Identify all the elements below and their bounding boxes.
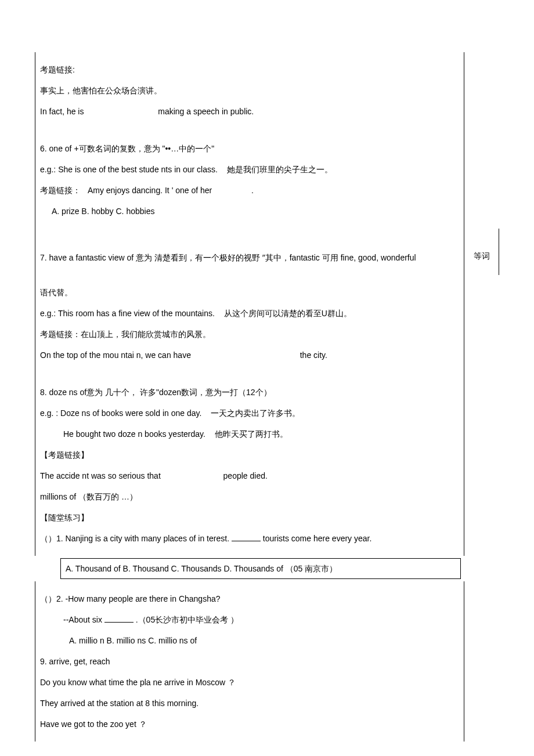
q1-post: tourists come here every year.	[263, 534, 372, 543]
bottom-block: （）2. -How many people are there in Chang…	[35, 581, 464, 741]
section-9-line1: Do you know what time the pla ne arrive …	[40, 674, 459, 690]
eg-en-6: e.g.: She is one of the best stude nts i…	[40, 165, 218, 174]
section-7-body: 语代替。 e.g.: This room has a fine view of …	[35, 275, 464, 556]
fill-sentence-7: On the top of the mou ntai n, we can hav…	[40, 347, 459, 363]
q1-pre: （）1. Nanjing is a city with many places …	[40, 534, 229, 543]
section-7-header-pre: 7. have a fantastic view of 意为 清楚看到，有一个极…	[40, 249, 459, 266]
q1-options: A. Thousand of B. Thousand C. Thousands …	[66, 564, 337, 573]
q1-options-box: A. Thousand of B. Thousand C. Thousands …	[60, 558, 461, 579]
section-9-header: 9. arrive, get, reach	[40, 653, 459, 670]
q2-blank	[104, 614, 134, 623]
section-8-header: 8. doze ns of意为 几十个， 许多"dozen数词，意为一打（12个…	[40, 384, 459, 400]
q1-blank	[232, 533, 261, 541]
q2-line2-pre: --About six	[63, 615, 102, 624]
section-6-eg: e.g.: She is one of the best stude nts i…	[40, 161, 459, 178]
exercise-label-8: 【随堂练习】	[40, 509, 459, 526]
sentence-pre-8: The accide nt was so serious that	[40, 471, 161, 480]
eg2-en-8: He bought two doze n books yesterday.	[63, 429, 205, 439]
q2-options: A. millio n B. millio ns C. millio ns of	[40, 632, 459, 649]
section-7-header-post: 语代替。	[40, 284, 459, 301]
sentence-pre-5: In fact, he is	[40, 107, 84, 116]
section-8-eg1: e.g. : Doze ns of books were sold in one…	[40, 405, 459, 421]
eg1-en-8: e.g. : Doze ns of books were sold in one…	[40, 408, 201, 418]
prompt-cn-5: 事实上，他害怕在公众场合演讲。	[40, 82, 459, 99]
fill-sentence-8: The accide nt was so serious that people…	[40, 468, 459, 484]
section-9-line3: Have we got to the zoo yet ？	[40, 716, 459, 732]
eg-cn-7: 从这个房间可以清楚的看至U群山。	[224, 309, 352, 318]
link-label-5: 考题链接:	[40, 62, 459, 78]
section-5-block: 考题链接: 事实上，他害怕在公众场合演讲。 In fact, he is mak…	[35, 52, 464, 229]
eg-cn-6: 她是我们班里的尖子生之一。	[227, 165, 333, 174]
eg-en-7: e.g.: This room has a fine view of the m…	[40, 309, 215, 318]
link-text-6: Amy enjoys dancing. It ' one of her	[88, 186, 212, 195]
section-6-link: 考题链接： Amy enjoys dancing. It ' one of he…	[40, 182, 459, 198]
q2-line2-post: .（05长沙市初中毕业会考 ）	[136, 615, 239, 624]
section-7-eg: e.g.: This room has a fine view of the m…	[40, 305, 459, 321]
sentence-post-8: people died.	[223, 471, 268, 480]
fill-sentence-5: In fact, he is making a speech in public…	[40, 103, 459, 120]
side-column-7: 等词	[464, 229, 499, 275]
q1-text: （）1. Nanjing is a city with many places …	[40, 530, 459, 547]
sentence-post-5: making a speech in public.	[158, 107, 254, 116]
section-9-line2: They arrived at the station at 8 this mo…	[40, 695, 459, 711]
section-6-header: 6. one of +可数名词的复数，意为 "••…中的一个"	[40, 140, 459, 157]
side-text-7: 等词	[474, 249, 490, 262]
section-7-row: 7. have a fantastic view of 意为 清楚看到，有一个极…	[35, 229, 499, 275]
link-suffix-6: .	[251, 186, 254, 195]
note-8: millions of （数百万的 …）	[40, 489, 459, 505]
eg2-cn-8: 他昨天买了两打书。	[215, 429, 288, 439]
q2-line1: （）2. -How many people are there in Chang…	[40, 591, 459, 607]
options-6: A. prize B. hobby C. hobbies	[40, 203, 459, 219]
sentence-post-7: the city.	[300, 350, 327, 360]
q2-line2: --About six .（05长沙市初中毕业会考 ）	[40, 612, 459, 628]
link-label-6: 考题链接：	[40, 186, 81, 195]
link-label-8: 【考题链接】	[40, 447, 459, 463]
eg1-cn-8: 一天之内卖出了许多书。	[211, 408, 300, 418]
section-8-eg2: He bought two doze n books yesterday. 他昨…	[40, 426, 459, 442]
link-label-7: 考题链接：在山顶上，我们能欣赏城市的风景。	[40, 326, 459, 342]
sentence-pre-7: On the top of the mou ntai n, we can hav…	[40, 350, 191, 360]
